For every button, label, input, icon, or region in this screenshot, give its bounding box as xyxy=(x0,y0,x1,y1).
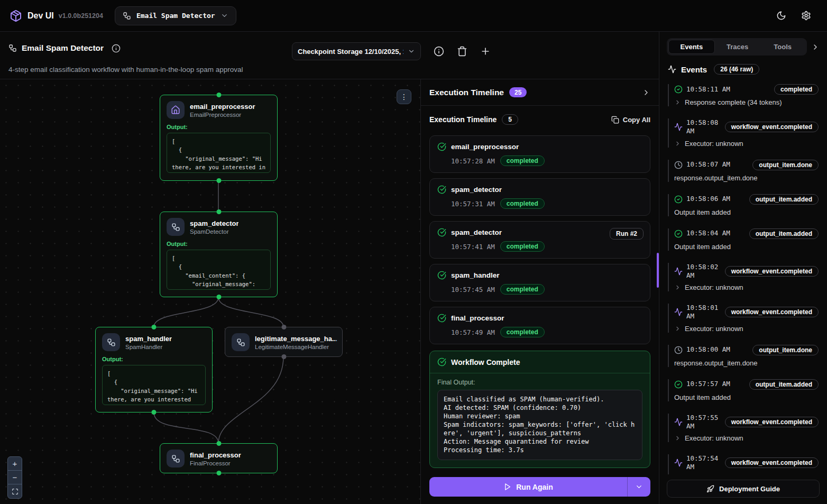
event-type-badge: workflow_event.completed xyxy=(725,307,819,317)
event-item[interactable]: 10:58:04 AM output_item.added Output ite… xyxy=(668,228,819,251)
checkpoint-selector[interactable]: Checkpoint Storage 12/10/2025, 10:5 xyxy=(292,42,421,60)
node-title: spam_handler xyxy=(125,335,172,343)
rocket-icon xyxy=(706,485,714,493)
collapse-chevron-right-icon[interactable] xyxy=(642,88,650,97)
tab-traces[interactable]: Traces xyxy=(715,40,760,54)
execution-timeline-panel: Execution Timeline 25 Execution Timeline… xyxy=(420,79,659,504)
event-detail-text: Output item added xyxy=(674,243,731,251)
step-time: 10:57:45 AM xyxy=(451,286,495,294)
activity-icon xyxy=(674,267,683,276)
run-again-dropdown-button[interactable] xyxy=(627,477,650,497)
settings-gear-icon[interactable] xyxy=(801,11,811,21)
tab-tools[interactable]: Tools xyxy=(760,40,805,54)
node-legitimate-message-handler[interactable]: legitimate_message_ha... LegitimateMessa… xyxy=(225,327,343,357)
activity-icon xyxy=(674,459,683,467)
step-status-badge: completed xyxy=(500,284,545,295)
event-time: 10:58:04 AM xyxy=(686,229,730,237)
add-plus-icon[interactable] xyxy=(480,46,491,57)
event-detail[interactable]: Response complete (34 tokens) xyxy=(674,98,819,106)
canvas-menu-button[interactable]: ⋮ xyxy=(397,89,411,104)
event-detail-text: Executor: unknown xyxy=(685,140,743,148)
checkpoint-info-icon[interactable] xyxy=(434,46,444,57)
node-title: legitimate_message_ha... xyxy=(255,335,337,343)
app-root: Dev UI v1.0.0b251204 Email Spam Detector xyxy=(0,0,827,504)
event-type-badge: output_item.added xyxy=(749,228,819,239)
deployment-guide-button[interactable]: Deployment Guide xyxy=(667,480,820,498)
chevron-right-icon xyxy=(674,140,681,147)
event-detail[interactable]: Executor: unknown xyxy=(674,140,819,148)
event-item[interactable]: 10:58:00 AM output_item.done response.ou… xyxy=(668,345,819,367)
event-item[interactable]: 10:57:54 AM workflow_event.completed Exe… xyxy=(668,454,819,474)
timeline-step-card[interactable]: email_preprocessor 10:57:28 AM completed xyxy=(429,135,650,173)
workflow-header: Email Spam Detector 4-step email classif… xyxy=(0,32,659,79)
event-type-badge: output_item.done xyxy=(752,160,819,170)
event-detail[interactable]: Output item added xyxy=(674,393,819,401)
fit-view-button[interactable] xyxy=(8,484,22,498)
event-type-badge: workflow_event.completed xyxy=(725,417,819,427)
step-completed-icon xyxy=(437,228,446,237)
event-item[interactable]: 10:58:06 AM output_item.added Output ite… xyxy=(668,194,819,216)
step-name: spam_detector xyxy=(451,228,502,236)
workflow-selector-value: Email Spam Detector xyxy=(136,12,215,20)
timeline-step-card[interactable]: final_processor 10:57:49 AM completed xyxy=(429,307,650,344)
node-port-bottom xyxy=(216,295,221,299)
step-time: 10:57:49 AM xyxy=(451,328,495,336)
timeline-step-card[interactable]: spam_handler 10:57:45 AM completed xyxy=(429,264,650,301)
workflow-selector[interactable]: Email Spam Detector xyxy=(115,6,236,25)
event-detail[interactable]: Executor: unknown xyxy=(674,283,819,291)
event-detail[interactable]: response.output_item.done xyxy=(674,359,819,367)
node-output-label: Output: xyxy=(102,356,206,362)
delete-trash-icon[interactable] xyxy=(457,46,467,57)
timeline-list-title: Execution Timeline xyxy=(429,115,497,124)
workflow-icon xyxy=(102,333,120,351)
node-email-preprocessor[interactable]: email_preprocessor EmailPreprocessor Out… xyxy=(160,95,278,181)
node-output: [ { "original_message": "Hi there, are y… xyxy=(167,133,271,173)
events-list: 10:58:11 AM completed Response complete … xyxy=(659,81,827,474)
event-item[interactable]: 10:57:57 AM output_item.added Output ite… xyxy=(668,379,819,401)
event-time: 10:58:11 AM xyxy=(686,85,730,94)
event-item[interactable]: 10:58:11 AM completed Response complete … xyxy=(668,84,819,106)
node-spam-handler[interactable]: spam_handler SpamHandler Output: [ { "or… xyxy=(95,327,213,413)
workflow-canvas[interactable]: email_preprocessor EmailPreprocessor Out… xyxy=(0,79,420,504)
node-final-processor[interactable]: final_processor FinalProcessor xyxy=(160,443,278,473)
event-detail[interactable]: Output item added xyxy=(674,208,819,216)
tab-events[interactable]: Events xyxy=(668,40,715,54)
timeline-step-card[interactable]: spam_detector 10:57:31 AM completed xyxy=(429,178,650,216)
event-item[interactable]: 10:58:08 AM workflow_event.completed Exe… xyxy=(668,118,819,148)
event-item[interactable]: 10:58:02 AM workflow_event.completed Exe… xyxy=(668,263,819,292)
chevron-down-icon xyxy=(635,483,643,491)
run-number-badge: Run #2 xyxy=(610,228,644,240)
theme-toggle-moon-icon[interactable] xyxy=(776,11,786,21)
event-detail[interactable]: Output item added xyxy=(674,243,819,251)
chevron-right-icon xyxy=(674,99,681,106)
workflow-complete-title: Workflow Complete xyxy=(451,358,520,366)
maximize-icon xyxy=(12,488,19,495)
node-port-top xyxy=(152,325,157,329)
activity-icon xyxy=(674,123,683,131)
timeline-step-card[interactable]: Run #2 spam_detector 10:57:41 AM complet… xyxy=(429,221,650,259)
events-count-badge: 26 (46 raw) xyxy=(714,64,759,75)
workflow-description: 4-step email classification workflow wit… xyxy=(8,66,243,74)
play-icon xyxy=(503,483,511,491)
event-detail-text: response.output_item.done xyxy=(674,359,758,367)
node-spam-detector[interactable]: spam_detector SpamDetector Output: [ { "… xyxy=(160,212,278,297)
event-item[interactable]: 10:58:07 AM output_item.done response.ou… xyxy=(668,160,819,182)
event-detail[interactable]: Executor: unknown xyxy=(674,434,819,442)
zoom-in-button[interactable]: + xyxy=(8,457,22,471)
event-item[interactable]: 10:57:55 AM workflow_event.completed Exe… xyxy=(668,414,819,443)
copy-all-button[interactable]: Copy All xyxy=(611,116,650,124)
events-panel: Events Traces Tools Events 26 (46 raw) 1… xyxy=(659,32,827,504)
event-item[interactable]: 10:58:01 AM workflow_event.completed Exe… xyxy=(668,304,819,333)
event-detail[interactable]: response.output_item.done xyxy=(674,174,819,182)
zoom-out-button[interactable]: − xyxy=(8,471,22,484)
timeline-steps-badge: 5 xyxy=(502,114,518,125)
info-icon[interactable] xyxy=(112,44,121,53)
circle-check-icon xyxy=(674,85,683,94)
step-time: 10:57:41 AM xyxy=(451,243,495,251)
run-again-button[interactable]: Run Again xyxy=(429,477,627,497)
event-type-badge: workflow_event.completed xyxy=(725,122,819,132)
step-status-badge: completed xyxy=(500,155,545,166)
timeline-panel-title: Execution Timeline xyxy=(429,88,504,97)
panel-collapse-chevron-icon[interactable] xyxy=(811,43,820,51)
event-detail[interactable]: Executor: unknown xyxy=(674,325,819,333)
